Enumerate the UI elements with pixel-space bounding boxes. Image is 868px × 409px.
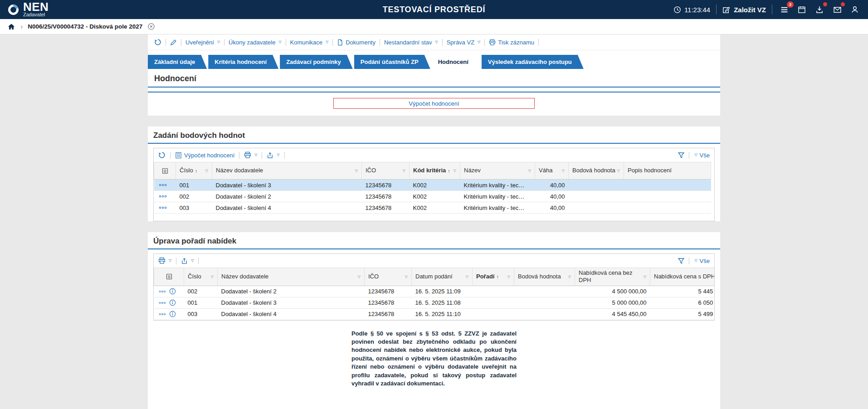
column-filter-icon[interactable]: ▽ — [466, 275, 468, 279]
toolbar-nestandardni-stav[interactable]: Nestandardní stav▽ — [384, 39, 438, 46]
chevron-down-icon: ▽ — [277, 153, 279, 157]
divider — [166, 39, 166, 46]
close-record-icon[interactable] — [147, 23, 155, 30]
toolbar-sprava-vz[interactable]: Správa VZ▽ — [447, 39, 481, 46]
history-button[interactable] — [154, 39, 161, 46]
column-filter-icon[interactable]: ▽ — [205, 169, 208, 173]
column-filter-icon[interactable]: ▽ — [507, 275, 510, 279]
info-icon[interactable] — [169, 311, 176, 317]
edit-button[interactable] — [170, 39, 177, 46]
column-row-selector[interactable] — [154, 268, 184, 286]
column-filter-icon[interactable]: ▽ — [528, 169, 531, 173]
table-row[interactable]: 003 Dodavatel - školení 4 12345678 K002 … — [154, 202, 711, 214]
export-button[interactable]: ▽ — [267, 152, 279, 159]
column-bodova-hodnota[interactable]: Bodová hodnota▽ — [569, 162, 624, 180]
cell-nazev: Kritérium kvality - tec… — [460, 202, 535, 214]
column-ico[interactable]: IČO▽ — [365, 268, 412, 286]
column-filter-icon[interactable]: ▽ — [358, 275, 361, 279]
row-menu-icon[interactable] — [159, 313, 166, 316]
column-row-selector[interactable] — [154, 162, 176, 180]
funnel-icon — [678, 257, 685, 264]
column-filter-icon[interactable]: ▽ — [355, 169, 358, 173]
menu-button[interactable]: 3 — [778, 4, 790, 15]
nen-logo[interactable]: NEN Zadavatel — [7, 2, 49, 17]
chevron-down-icon: ▽ — [169, 259, 171, 263]
export-icon — [181, 258, 188, 264]
column-vaha[interactable]: Váha▽ — [535, 162, 569, 180]
cell-vaha: 40,00 — [535, 202, 569, 214]
table-row[interactable]: 001 Dodavatel - školení 3 12345678 K002 … — [154, 180, 711, 191]
column-nazev[interactable]: Název▽ — [460, 162, 535, 180]
column-filter-icon[interactable]: ▽ — [562, 169, 565, 173]
toolbar-ukony-zadavatele[interactable]: Úkony zadavatele▽ — [229, 39, 282, 46]
vypocet-hodnoceni-button[interactable]: Výpočet hodnocení — [333, 98, 535, 109]
row-menu-icon[interactable] — [159, 302, 166, 304]
profile-button[interactable] — [849, 4, 861, 15]
column-bodova-hodnota[interactable]: Bodová hodnota▽ — [514, 268, 575, 286]
row-menu-icon[interactable] — [159, 206, 167, 209]
filter-button[interactable] — [678, 151, 685, 159]
tab-zadavaci-podminky[interactable]: Zadávací podmínky — [280, 55, 353, 69]
filter-button[interactable] — [678, 257, 685, 264]
tab-hodnoceni[interactable]: Hodnocení — [432, 55, 480, 69]
main-content: Uveřejnění▽ Úkony zadavatele▽ Komunikace… — [148, 34, 720, 409]
toolbar-uverejneni[interactable]: Uveřejnění▽ — [185, 39, 220, 46]
breadcrumb-record[interactable]: N006/25/V00004732 - Disková pole 2027 — [28, 23, 142, 30]
column-filter-icon[interactable]: ▽ — [405, 275, 408, 279]
column-datum-podani[interactable]: Datum podání▽ — [412, 268, 473, 286]
filter-all-dropdown[interactable]: ▽ Vše — [693, 152, 710, 159]
column-filter-icon[interactable]: ▽ — [617, 169, 620, 173]
column-cena-s-dph[interactable]: Nabídková cena s DPH▽ — [650, 268, 715, 286]
page-title: Hodnocení — [148, 69, 720, 87]
sort-asc-icon: ↑ — [195, 168, 198, 174]
table-row[interactable]: 002 Dodavatel - školení 2 12345678 16. 5… — [154, 286, 715, 297]
grid-vypocet-hodnoceni-link[interactable]: Výpočet hodnocení — [175, 152, 234, 159]
row-menu-icon[interactable] — [159, 184, 167, 186]
info-icon[interactable] — [169, 299, 176, 306]
column-ico[interactable]: IČO▽ — [362, 162, 410, 180]
tab-zakladni-udaje[interactable]: Základní údaje — [148, 55, 207, 69]
toolbar-dokumenty[interactable]: Dokumenty — [337, 39, 375, 46]
table-row[interactable]: 001 Dodavatel - školení 3 12345678 16. 5… — [154, 297, 715, 308]
home-icon[interactable] — [7, 23, 15, 31]
column-poradi[interactable]: Pořadí↑▽ — [473, 268, 514, 286]
row-menu-icon[interactable] — [159, 195, 167, 198]
column-filter-icon[interactable]: ▽ — [454, 169, 456, 173]
filter-all-dropdown[interactable]: ▽ Vše — [693, 258, 710, 264]
cell-bodova — [514, 308, 575, 320]
calculator-icon — [175, 152, 182, 159]
column-popis-hodnoceni[interactable]: Popis hodnocení — [624, 162, 711, 180]
tab-vysledek-zadavaciho-postupu[interactable]: Výsledek zadávacího postupu — [482, 55, 584, 69]
toolbar-tisk-zaznamu[interactable]: Tisk záznamu — [489, 39, 534, 46]
column-filter-icon[interactable]: ▽ — [644, 275, 646, 279]
table-row[interactable]: 002 Dodavatel - školení 2 12345678 K002 … — [154, 191, 711, 202]
chevron-down-icon: ▽ — [278, 40, 281, 44]
print-button[interactable]: ▽ — [158, 257, 171, 264]
calendar-button[interactable] — [796, 4, 808, 15]
column-cislo[interactable]: Číslo▽ — [184, 268, 218, 286]
column-filter-icon[interactable]: ▽ — [403, 169, 405, 173]
column-nazev-dodavatele[interactable]: Název dodavatele▽ — [212, 162, 362, 180]
export-button[interactable]: ▽ — [181, 258, 194, 264]
column-filter-icon[interactable]: ▽ — [568, 275, 571, 279]
column-nazev-dodavatele[interactable]: Název dodavatele▽ — [218, 268, 365, 286]
info-icon[interactable] — [169, 288, 176, 295]
cell-kod: K002 — [410, 191, 460, 202]
print-button[interactable]: ▽ — [244, 151, 257, 159]
column-cena-bez-dph[interactable]: Nabídková cena bez DPH▽ — [575, 268, 650, 286]
breadcrumb: › N006/25/V00004732 - Disková pole 2027 — [0, 19, 868, 34]
create-vz-button[interactable]: Založit VZ — [722, 6, 766, 14]
tab-podani-ucastniku-zp[interactable]: Podání účastníků ZP — [354, 55, 430, 69]
column-filter-icon[interactable]: ▽ — [211, 275, 214, 279]
refresh-button[interactable] — [158, 151, 166, 159]
cell-cena-bez-dph: 5 000 000,00 — [575, 297, 650, 308]
column-cislo[interactable]: Číslo↑▽ — [176, 162, 212, 180]
column-kod-kriteria[interactable]: Kód kritéria↑▽ — [410, 162, 460, 180]
cell-datum: 16. 5. 2025 11:08 — [412, 297, 473, 308]
toolbar-komunikace[interactable]: Komunikace▽ — [290, 39, 329, 46]
row-menu-icon[interactable] — [159, 290, 166, 293]
table-row[interactable]: 003 Dodavatel - školení 4 12345678 16. 5… — [154, 308, 715, 320]
downloads-button[interactable] — [814, 4, 825, 15]
tab-kriteria-hodnoceni[interactable]: Kritéria hodnocení — [208, 55, 278, 69]
messages-button[interactable] — [831, 4, 843, 15]
